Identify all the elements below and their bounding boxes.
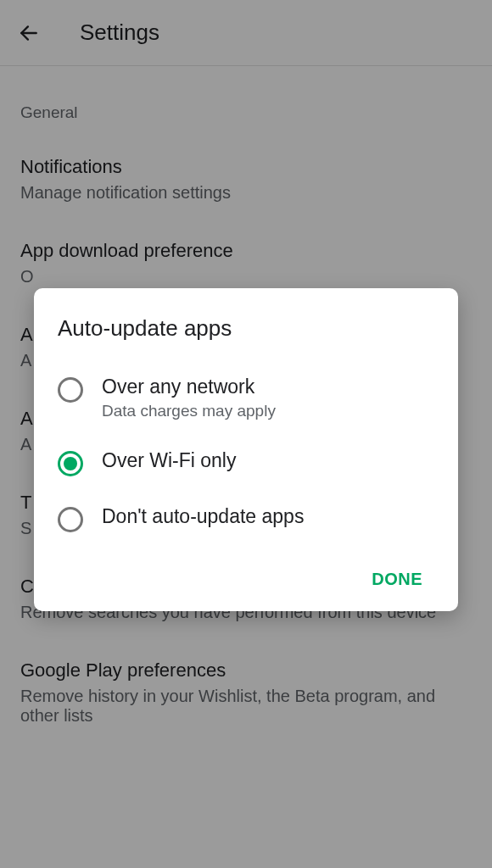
radio-sublabel: Data charges may apply xyxy=(102,402,276,420)
radio-option-wifi-only[interactable]: Over Wi-Fi only xyxy=(58,449,434,476)
dialog-actions: DONE xyxy=(58,561,434,598)
radio-label: Don't auto-update apps xyxy=(102,505,304,528)
radio-icon xyxy=(58,507,83,532)
radio-label: Over Wi-Fi only xyxy=(102,449,236,472)
radio-option-dont-update[interactable]: Don't auto-update apps xyxy=(58,505,434,532)
radio-icon-selected xyxy=(58,451,83,476)
radio-option-any-network[interactable]: Over any network Data charges may apply xyxy=(58,376,434,420)
dialog-title: Auto-update apps xyxy=(58,315,434,342)
done-button[interactable]: DONE xyxy=(360,561,434,598)
auto-update-dialog: Auto-update apps Over any network Data c… xyxy=(34,288,458,611)
radio-label: Over any network xyxy=(102,376,276,398)
radio-icon xyxy=(58,377,83,403)
